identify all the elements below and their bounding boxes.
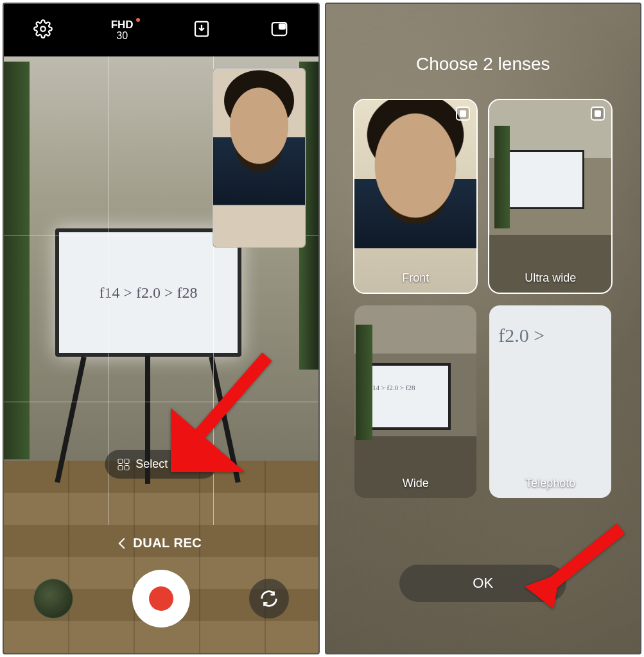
pip-layout-icon[interactable]	[270, 19, 289, 41]
resolution-main: FHD	[111, 19, 134, 31]
lens-grid: Front Ultra wide f14 > f2.0 > f28 Wide f…	[354, 100, 611, 498]
ok-label: OK	[473, 575, 493, 592]
selfie-preview	[213, 69, 305, 247]
lens-card-telephoto[interactable]: f2.0 > Telephoto	[489, 305, 611, 498]
save-icon[interactable]	[192, 19, 211, 41]
select-lenses-button[interactable]: Select lenses	[105, 450, 217, 479]
resolution-indicator-dot	[136, 18, 140, 22]
lens-label: Front	[354, 271, 476, 285]
settings-icon[interactable]	[33, 19, 53, 41]
mode-label: DUAL REC	[133, 536, 202, 550]
record-button[interactable]	[132, 570, 190, 627]
plants-left	[4, 62, 30, 459]
checkbox-icon	[591, 107, 605, 121]
resolution-button[interactable]: FHD 30	[111, 19, 134, 42]
lens-label: Wide	[354, 477, 476, 490]
gallery-thumbnail[interactable]	[33, 579, 73, 619]
whiteboard-text: f2.0 >	[498, 325, 544, 346]
lenses-grid-icon	[117, 459, 129, 470]
lens-label: Telephoto	[489, 477, 611, 490]
chevron-left-icon	[119, 538, 130, 549]
record-button-inner	[149, 586, 173, 611]
bottom-controls	[4, 570, 318, 627]
lens-card-wide[interactable]: f14 > f2.0 > f28 Wide	[354, 305, 476, 498]
lens-label: Ultra wide	[489, 271, 611, 285]
grid-line	[4, 402, 318, 402]
switch-camera-button[interactable]	[249, 579, 289, 619]
ok-button[interactable]: OK	[399, 565, 566, 602]
whiteboard-text: f14 > f2.0 > f28	[370, 384, 415, 391]
svg-rect-3	[279, 24, 285, 30]
resolution-fps: 30	[111, 31, 134, 42]
pip-front-camera[interactable]	[213, 68, 306, 248]
left-screen-camera: f14 > f2.0 > f28 FHD 30 Select lenses	[3, 3, 320, 654]
select-lenses-label: Select lenses	[135, 457, 204, 471]
checkbox-icon	[456, 107, 470, 121]
camera-mode-row[interactable]: DUAL REC	[4, 536, 318, 550]
lens-card-front[interactable]: Front	[354, 100, 476, 293]
right-screen-choose-lenses: Choose 2 lenses Front Ultra wide f14 > f…	[325, 3, 642, 654]
lens-card-ultra-wide[interactable]: Ultra wide	[489, 100, 611, 293]
camera-top-bar: FHD 30	[4, 4, 318, 56]
choose-lenses-title: Choose 2 lenses	[326, 54, 641, 74]
svg-point-0	[40, 26, 46, 31]
